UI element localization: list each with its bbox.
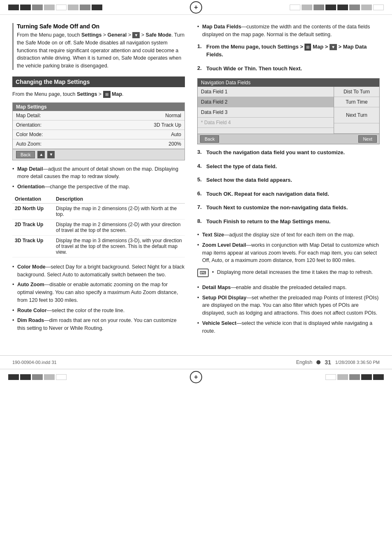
step-7: 7. Touch Next to customize the non-navig… [197, 204, 380, 212]
map-settings-box-header: Map Settings [13, 103, 184, 111]
step-1: 1. From the Menu page, touch Settings > … [197, 43, 380, 59]
footer-date: 1/28/2008 3:36:50 PM [335, 360, 380, 365]
safe-mode-body: From the Menu page, touch Settings > Gen… [17, 31, 185, 70]
step-1-body: From the Menu page, touch Settings > ⊞ M… [206, 43, 380, 59]
step-3: 3. Touch the navigation data field you w… [197, 148, 380, 157]
vehicle-select-bullet: Vehicle Select—select the vehicle icon t… [197, 320, 380, 335]
print-mark [68, 5, 78, 10]
print-mark [8, 5, 19, 10]
print-mark [349, 374, 360, 380]
print-mark [325, 5, 336, 10]
page-content: Turning Safe Mode Off and On From the Me… [0, 15, 392, 347]
step-5: 5. Select how the data field appears. [197, 176, 380, 184]
map-settings-intro: From the Menu page, touch Settings > ⊞ M… [12, 90, 185, 98]
nav-data-footer: Back Next [198, 134, 379, 144]
orientation-table: Orientation Description 2D North Up Disp… [12, 195, 185, 257]
step-8-number: 8. [197, 218, 206, 224]
print-mark [361, 374, 372, 380]
2d-north-up-label: 2D North Up [12, 203, 53, 219]
print-mark [314, 5, 324, 10]
print-mark [337, 374, 348, 380]
orientation-label: Orientation: [16, 122, 42, 128]
step-3-body: Touch the navigation data field you want… [206, 148, 345, 157]
zoom-level-detail-bullet: Zoom Level Detail—works in conjunction w… [197, 241, 380, 264]
orientation-row: Orientation: 3D Track Up [13, 120, 184, 130]
print-marks-left [8, 5, 102, 10]
data-field-1-cell[interactable]: Data Field 1 [198, 87, 334, 97]
step-6-body: Touch OK. Repeat for each navigation dat… [206, 190, 329, 198]
print-mark [290, 5, 300, 10]
auto-zoom-row: Auto Zoom: 200% [13, 139, 184, 149]
step-2-number: 2. [197, 65, 206, 71]
data-field-4-cell[interactable]: * Data Field 4 [198, 118, 334, 128]
print-mark [80, 5, 90, 10]
nav-data-back-btn[interactable]: Back [200, 135, 219, 143]
print-mark [56, 5, 67, 10]
safe-mode-section: Turning Safe Mode Off and On From the Me… [12, 23, 185, 70]
route-color-bullet: Route Color—select the color of the rout… [12, 307, 185, 315]
print-mark [8, 374, 19, 380]
dist-to-turn-cell[interactable]: Dist To Turn [334, 87, 379, 97]
step-2-body: Touch Wide or Thin. Then touch Next. [206, 65, 302, 73]
data-field-2-cell[interactable]: Data Field 2 [198, 97, 334, 107]
step-3-number: 3. [197, 148, 206, 155]
safe-mode-title: Turning Safe Mode Off and On [17, 23, 185, 30]
next-turn-cell[interactable]: Next Turn [334, 107, 379, 123]
nav-data-right: Dist To Turn Turn Time Next Turn [334, 87, 379, 134]
note-bullets: Displaying more detail increases the tim… [212, 269, 373, 279]
map-detail-label: Map Detail: [16, 113, 41, 118]
footer-right: English 31 1/28/2008 3:36:50 PM [296, 359, 380, 366]
description-col-header: Description [53, 195, 185, 204]
3d-track-up-row: 3D Track Up Display the map in 3 dimensi… [12, 235, 185, 257]
print-mark [32, 5, 43, 10]
2d-track-up-desc: Display the map in 2 dimensions (2-D) wi… [53, 219, 185, 235]
step-6: 6. Touch OK. Repeat for each navigation … [197, 190, 380, 198]
map-settings-footer: Back ▲ ▼ [13, 149, 184, 160]
data-field-3-cell[interactable]: Data Field 3 [198, 107, 334, 118]
print-mark [337, 5, 348, 10]
print-mark [44, 5, 55, 10]
print-mark [20, 5, 31, 10]
2d-track-up-label: 2D Track Up [12, 219, 53, 235]
step-2: 2. Touch Wide or Thin. Then touch Next. [197, 65, 380, 73]
scroll-down-icon[interactable]: ▼ [47, 151, 55, 158]
map-settings-section: Changing the Map Settings From the Menu … [12, 76, 185, 332]
orientation-bullet: Orientation—change the perspective of th… [12, 183, 185, 191]
2d-north-up-desc: Display the map in 2 dimensions (2-D) wi… [53, 203, 185, 219]
scroll-up-icon[interactable]: ▲ [37, 151, 45, 158]
map-detail-bullet: Map Detail—adjust the amount of detail s… [12, 165, 185, 181]
auto-zoom-label: Auto Zoom: [16, 141, 42, 147]
turn-time-cell[interactable]: Turn Time [334, 97, 379, 107]
dim-roads-bullet: Dim Roads—dim roads that are not on your… [12, 317, 185, 332]
print-mark [373, 5, 384, 10]
map-data-fields-intro-bullets: Map Data Fields—customize the width and … [197, 23, 380, 39]
bullet-separator [316, 360, 321, 364]
step-1-number: 1. [197, 43, 206, 49]
nav-data-next-btn[interactable]: Next [358, 135, 377, 143]
step-8: 8. Touch Finish to return to the Map Set… [197, 218, 380, 226]
print-mark [56, 374, 67, 380]
lower-bullets: Text Size—adjust the display size of tex… [197, 231, 380, 264]
step-5-number: 5. [197, 176, 206, 183]
print-bar: + [0, 0, 392, 15]
map-detail-row: Map Detail: Normal [13, 111, 184, 120]
map-settings-bullets: Map Detail—adjust the amount of detail s… [12, 165, 185, 191]
step-6-number: 6. [197, 190, 206, 197]
print-mark [325, 374, 336, 380]
map-settings-back-btn[interactable]: Back [16, 151, 35, 158]
print-mark [302, 5, 312, 10]
auto-zoom-bullet: Auto Zoom—disable or enable automatic zo… [12, 281, 185, 304]
print-mark [44, 374, 55, 380]
print-mark [349, 5, 360, 10]
note-block: ⌨ Displaying more detail increases the t… [197, 269, 380, 279]
left-column: Turning Safe Mode Off and On From the Me… [12, 23, 185, 339]
map-detail-value: Normal [165, 113, 181, 118]
note-icon: ⌨ [197, 269, 209, 277]
print-mark [92, 5, 102, 10]
step-4-body: Select the type of data field. [206, 162, 277, 171]
step-7-number: 7. [197, 204, 206, 210]
map-data-fields-bullet: Map Data Fields—customize the width and … [197, 23, 380, 39]
language-label: English [296, 359, 312, 365]
page-number: 31 [325, 359, 331, 366]
2d-north-up-row: 2D North Up Display the map in 2 dimensi… [12, 203, 185, 219]
